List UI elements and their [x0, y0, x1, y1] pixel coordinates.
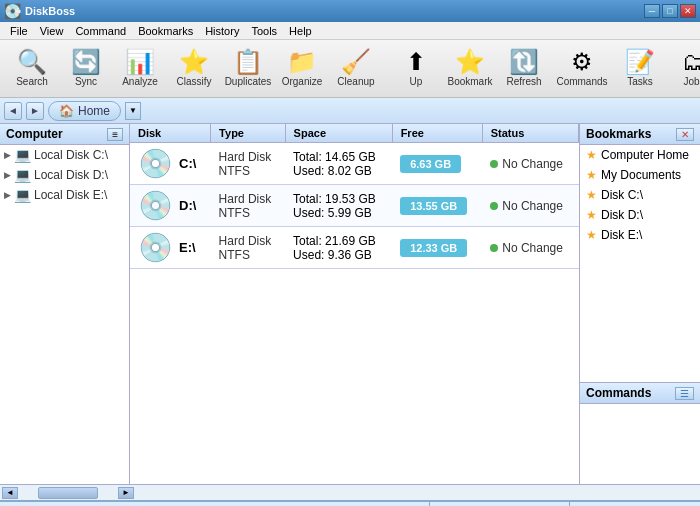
tree-item-d[interactable]: ▶ 💻 Local Disk D:\ — [0, 165, 129, 185]
bookmark-icon: ⭐ — [455, 50, 485, 74]
tasks-icon: 📝 — [625, 50, 655, 74]
search-button[interactable]: 🔍 Search — [6, 44, 58, 94]
disk-space-c: Total: 14.65 GB Used: 8.02 GB — [285, 143, 392, 185]
commands-btn[interactable]: ☰ — [675, 387, 694, 400]
tree-item-e[interactable]: ▶ 💻 Local Disk E:\ — [0, 185, 129, 205]
bookmarks-close-btn[interactable]: ✕ — [676, 128, 694, 141]
search-icon: 🔍 — [17, 50, 47, 74]
menu-bar: File View Command Bookmarks History Tool… — [0, 22, 700, 40]
up-label: Up — [410, 76, 423, 87]
sync-button[interactable]: 🔄 Sync — [60, 44, 112, 94]
organize-label: Organize — [282, 76, 323, 87]
disk-c-icon: 💻 — [14, 147, 31, 163]
table-row[interactable]: 💿 C:\ Hard Disk NTFS Total: 14.65 GB Use… — [130, 143, 579, 185]
menu-view[interactable]: View — [34, 23, 70, 39]
back-button[interactable]: ◄ — [4, 102, 22, 120]
bookmarks-label: Bookmarks — [586, 127, 651, 141]
disk-type-c: Hard Disk NTFS — [211, 143, 285, 185]
home-button[interactable]: 🏠 Home — [48, 101, 121, 121]
expand-d-icon: ▶ — [4, 170, 11, 180]
classify-button[interactable]: ⭐ Classify — [168, 44, 220, 94]
status-dot-e — [490, 244, 498, 252]
up-button[interactable]: ⬆ Up — [390, 44, 442, 94]
classify-label: Classify — [176, 76, 211, 87]
disk-table: Disk Type Space Free Status 💿 C:\ — [130, 124, 579, 269]
disk-c-label: Local Disk C:\ — [34, 148, 108, 162]
free-badge-e: 12.33 GB — [400, 239, 467, 257]
expand-e-icon: ▶ — [4, 190, 11, 200]
bookmark-item-diskc[interactable]: ★ Disk C:\ — [580, 185, 700, 205]
bookmark-star-icon-docs: ★ — [586, 168, 597, 182]
tree-item-c[interactable]: ▶ 💻 Local Disk C:\ — [0, 145, 129, 165]
table-row[interactable]: 💿 E:\ Hard Disk NTFS Total: 21.69 GB Use… — [130, 227, 579, 269]
disk-icon-cell-e: 💿 E:\ — [130, 227, 211, 269]
menu-file[interactable]: File — [4, 23, 34, 39]
computer-label: Computer — [6, 127, 63, 141]
organize-button[interactable]: 📁 Organize — [276, 44, 328, 94]
analyze-button[interactable]: 📊 Analyze — [114, 44, 166, 94]
bookmark-label-docs: My Documents — [601, 168, 681, 182]
analyze-label: Analyze — [122, 76, 158, 87]
bookmark-label-home: Computer Home — [601, 148, 689, 162]
commands-label: Commands — [586, 386, 651, 400]
status-label-d: No Change — [502, 199, 563, 213]
disk-type-d: Hard Disk NTFS — [211, 185, 285, 227]
classify-icon: ⭐ — [179, 50, 209, 74]
maximize-button[interactable]: □ — [662, 4, 678, 18]
app-title: DiskBoss — [25, 5, 75, 17]
bookmark-star-icon-home: ★ — [586, 148, 597, 162]
scroll-left-btn[interactable]: ◄ — [2, 487, 18, 499]
bookmark-label-diske: Disk E:\ — [601, 228, 642, 242]
organize-icon: 📁 — [287, 50, 317, 74]
computer-panel-btn[interactable]: ≡ — [107, 128, 123, 141]
scroll-thumb[interactable] — [38, 487, 98, 499]
refresh-button[interactable]: 🔃 Refresh — [498, 44, 550, 94]
col-type: Type — [211, 124, 285, 143]
jobs-label: Jobs — [683, 76, 700, 87]
bookmark-item-home[interactable]: ★ Computer Home — [580, 145, 700, 165]
free-badge-d: 13.55 GB — [400, 197, 467, 215]
menu-history[interactable]: History — [199, 23, 245, 39]
duplicates-icon: 📋 — [233, 50, 263, 74]
jobs-icon: 🗂 — [682, 50, 700, 74]
left-panel: Computer ≡ ▶ 💻 Local Disk C:\ ▶ 💻 Local … — [0, 124, 130, 484]
bookmarks-section: Bookmarks ✕ ★ Computer Home ★ My Documen… — [580, 124, 700, 382]
minimize-button[interactable]: ─ — [644, 4, 660, 18]
sync-icon: 🔄 — [71, 50, 101, 74]
commands-header: Commands ☰ — [580, 383, 700, 404]
close-button[interactable]: ✕ — [680, 4, 696, 18]
menu-bookmarks[interactable]: Bookmarks — [132, 23, 199, 39]
bookmark-item-diskd[interactable]: ★ Disk D:\ — [580, 205, 700, 225]
duplicates-button[interactable]: 📋 Duplicates — [222, 44, 274, 94]
disk-free-e: 12.33 GB — [392, 227, 482, 269]
commands-body — [580, 404, 700, 484]
cleanup-button[interactable]: 🧹 Cleanup — [330, 44, 382, 94]
disk-letter-d: D:\ — [179, 198, 196, 213]
bookmark-button[interactable]: ⭐ Bookmark — [444, 44, 496, 94]
table-row[interactable]: 💿 D:\ Hard Disk NTFS Total: 19.53 GB Use… — [130, 185, 579, 227]
bookmark-label: Bookmark — [447, 76, 492, 87]
title-controls: ─ □ ✕ — [644, 4, 696, 18]
jobs-button[interactable]: 🗂 Jobs — [668, 44, 700, 94]
sync-label: Sync — [75, 76, 97, 87]
menu-command[interactable]: Command — [69, 23, 132, 39]
scroll-right-btn[interactable]: ► — [118, 487, 134, 499]
disk-free-d: 13.55 GB — [392, 185, 482, 227]
horizontal-scrollbar[interactable]: ◄ ► — [0, 484, 700, 500]
menu-tools[interactable]: Tools — [245, 23, 283, 39]
col-space: Space — [285, 124, 392, 143]
disk-e-label: Local Disk E:\ — [34, 188, 107, 202]
forward-button[interactable]: ► — [26, 102, 44, 120]
bookmark-star-icon-diskd: ★ — [586, 208, 597, 222]
tasks-label: Tasks — [627, 76, 653, 87]
address-dropdown[interactable]: ▼ — [125, 102, 141, 120]
bookmark-item-diske[interactable]: ★ Disk E:\ — [580, 225, 700, 245]
bookmark-item-docs[interactable]: ★ My Documents — [580, 165, 700, 185]
refresh-label: Refresh — [506, 76, 541, 87]
bookmark-star-icon-diske: ★ — [586, 228, 597, 242]
free-badge-c: 6.63 GB — [400, 155, 461, 173]
disk-letter-e: E:\ — [179, 240, 196, 255]
menu-help[interactable]: Help — [283, 23, 318, 39]
tasks-button[interactable]: 📝 Tasks — [614, 44, 666, 94]
commands-button[interactable]: ⚙ Commands — [552, 44, 612, 94]
